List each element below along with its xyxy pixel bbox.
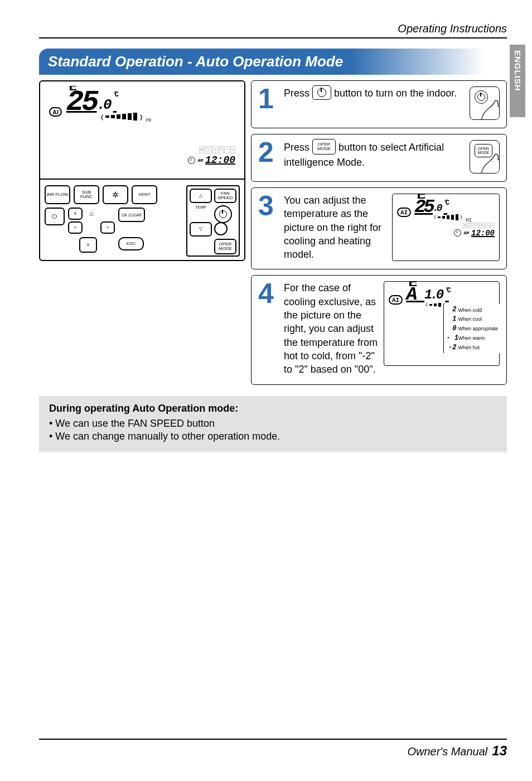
hand-icon xyxy=(476,150,500,173)
info-bullet: • We can change manually to other operat… xyxy=(49,431,497,442)
remote-buttons: AIR FLOW SUB FUNC ✲ VENT ⏲ ∧ ⌂ < xyxy=(40,179,244,260)
display-temperature: SET TEMP 25.0°C xyxy=(414,197,472,214)
clock-icon xyxy=(188,157,195,164)
temp-up-button[interactable]: △ xyxy=(190,189,212,203)
power-button[interactable] xyxy=(214,205,232,223)
fan-speed-button[interactable]: FAN SPEED xyxy=(214,189,236,203)
oper-mode-icon: OPER MODE xyxy=(312,139,336,155)
page-header: Operating Instructions xyxy=(398,22,507,35)
step-number: 3 xyxy=(258,194,278,261)
hand-icon xyxy=(476,96,500,120)
step-text: Press button to turn on the indoor. xyxy=(284,86,464,120)
step-text: You can adjust the temperature as the pi… xyxy=(284,194,386,261)
info-bullet: • We can use the FAN SPEED button xyxy=(49,418,497,430)
temp-label: TEMP xyxy=(190,205,212,220)
info-heading: During operating Auto Operation mode: xyxy=(49,403,497,414)
step-text: For the case of cooling exclusive, as th… xyxy=(284,281,378,376)
nav-right-button[interactable]: > xyxy=(100,221,115,234)
settings-button[interactable]: ✲ xyxy=(103,185,128,204)
press-illustration: OPER MODE xyxy=(470,140,500,173)
clock-icon xyxy=(454,229,461,237)
section-title: Standard Operation - Auto Operation Mode xyxy=(39,49,485,75)
language-tab: ENGLISH xyxy=(510,45,525,117)
ai-icon: AI xyxy=(397,208,411,217)
step-1: 1 Press button to turn on the indoor. xyxy=(251,80,507,128)
step-number: 4 xyxy=(258,281,278,376)
ai-icon: AI xyxy=(49,107,62,117)
display-temperature: SET TEMP 25.0°C xyxy=(66,89,151,113)
oper-mode-button[interactable]: OPER MODE xyxy=(214,239,236,254)
step-3: 3 You can adjust the temperature as the … xyxy=(251,187,507,269)
fan-speed-indicator: ❬ ❭ HI xyxy=(100,113,151,120)
step-4: 4 For the case of cooling exclusive, as … xyxy=(251,275,507,384)
display-value: SET TEMP A 1.0°C xyxy=(406,285,454,302)
lcd-example-cooling-heating: AI SET TEMP 25.0°C ❬ ❭ xyxy=(392,194,500,261)
nav-left-button[interactable]: < xyxy=(68,221,83,234)
footer-label: Owner's Manual xyxy=(407,745,487,758)
sub-func-button[interactable]: SUB FUNC xyxy=(74,185,99,204)
step-number: 2 xyxy=(258,140,278,173)
ok-clear-button[interactable]: OK CLEAR xyxy=(118,208,145,222)
press-illustration xyxy=(470,86,500,120)
lcd-example-cooling-only: AI SET TEMP A 1.0°C ❬ ❭ HI xyxy=(384,281,500,366)
nav-down-button[interactable]: ∨ xyxy=(79,237,97,253)
air-flow-button[interactable]: AIR FLOW xyxy=(45,185,70,204)
step-2: 2 Press OPER MODE button to select Artif… xyxy=(251,134,507,182)
right-button-cluster: △ FAN SPEED TEMP ▽ OPER MODE xyxy=(186,185,240,257)
remote-illustration: AI SET TEMP 25.0°C ❬ ❭ xyxy=(39,80,245,261)
ai-icon: AI xyxy=(389,295,403,305)
display-clock: ❄⛆☀A➙☼ xyxy=(49,146,235,153)
power-icon xyxy=(312,85,331,100)
nav-up-button[interactable]: ∧ xyxy=(68,208,83,220)
step-text: Press OPER MODE button to select Artific… xyxy=(284,140,464,173)
reset-button[interactable] xyxy=(214,222,228,235)
temperature-legend: 2When cold 1When cool 0When appropriate … xyxy=(443,304,500,353)
step-number: 1 xyxy=(258,86,278,120)
page-number: 13 xyxy=(492,743,507,759)
home-icon: ⌂ xyxy=(84,208,99,220)
esc-button[interactable]: ESC xyxy=(118,237,144,250)
timer-button[interactable]: ⏲ xyxy=(45,208,65,225)
temp-down-button[interactable]: ▽ xyxy=(190,222,212,237)
vent-button[interactable]: VENT xyxy=(132,185,157,204)
info-panel: During operating Auto Operation mode: • … xyxy=(39,396,507,452)
page-footer: Owner's Manual 13 xyxy=(39,739,507,759)
remote-lcd: AI SET TEMP 25.0°C ❬ ❭ xyxy=(43,85,241,175)
